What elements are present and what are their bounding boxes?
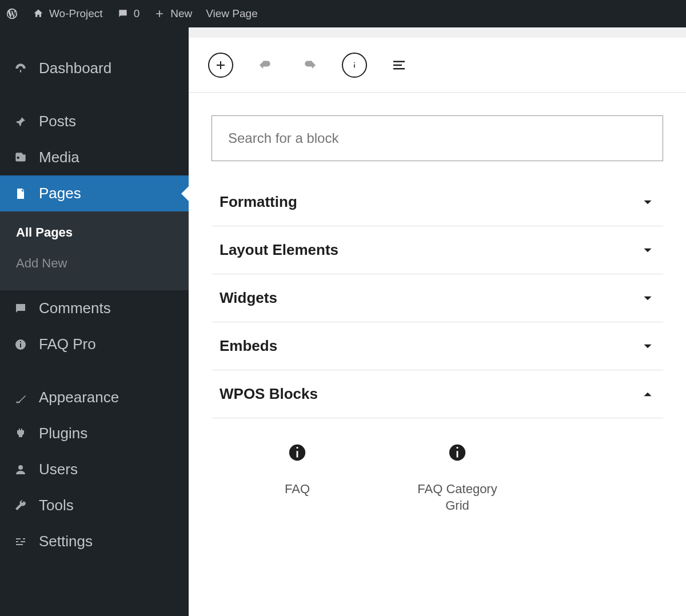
site-link[interactable]: Wo-Project (32, 7, 103, 20)
sidebar-item-dashboard[interactable]: Dashboard (0, 50, 189, 86)
wp-logo[interactable] (6, 7, 18, 20)
wpos-blocks-grid: FAQ FAQ Category Grid (212, 418, 663, 514)
editor-toolbar (189, 38, 686, 93)
sidebar-item-label: Posts (39, 113, 76, 130)
block-search-input[interactable] (212, 115, 663, 161)
sidebar-item-label: Appearance (39, 389, 119, 406)
block-label: FAQ (246, 481, 349, 498)
svg-rect-1 (20, 343, 21, 347)
chevron-down-icon (640, 339, 655, 354)
sidebar-item-settings[interactable]: Settings (0, 523, 189, 559)
comment-icon (117, 7, 129, 20)
brush-icon (13, 390, 29, 406)
svg-rect-10 (297, 451, 298, 457)
category-label: Widgets (220, 289, 277, 307)
sidebar-item-label: Tools (39, 497, 74, 514)
wrench-icon (13, 498, 29, 514)
comments-link[interactable]: 0 (117, 7, 140, 20)
chevron-down-icon (640, 243, 655, 258)
chevron-down-icon (640, 195, 655, 210)
wordpress-icon (6, 7, 18, 20)
sidebar-item-label: FAQ Pro (39, 335, 96, 353)
comments-count: 0 (134, 7, 140, 20)
category-wpos-blocks[interactable]: WPOS Blocks (212, 370, 663, 418)
block-category-list: Formatting Layout Elements Widgets (212, 178, 663, 514)
sidebar-item-pages[interactable]: Pages (0, 175, 189, 211)
svg-rect-8 (393, 68, 405, 70)
block-label: FAQ Category Grid (406, 481, 509, 514)
sidebar-item-tools[interactable]: Tools (0, 487, 189, 523)
category-label: Layout Elements (220, 241, 338, 259)
admin-bar: Wo-Project 0 New View Page (0, 0, 686, 27)
site-name: Wo-Project (49, 7, 103, 20)
category-label: Embeds (220, 337, 277, 355)
block-faq-category-grid[interactable]: FAQ Category Grid (406, 441, 509, 514)
info-icon (286, 441, 309, 464)
svg-rect-6 (393, 61, 405, 62)
sidebar-item-label: Settings (39, 533, 93, 550)
submenu-all-pages[interactable]: All Pages (0, 217, 189, 248)
block-inserter: Formatting Layout Elements Widgets (189, 93, 686, 537)
media-icon (13, 150, 29, 166)
pages-submenu: All Pages Add New (0, 211, 189, 290)
block-faq[interactable]: FAQ (246, 441, 349, 514)
sidebar-item-posts[interactable]: Posts (0, 103, 189, 139)
submenu-add-new[interactable]: Add New (0, 248, 189, 279)
sidebar-item-label: Users (39, 461, 78, 478)
svg-rect-11 (297, 447, 298, 449)
block-nav-button[interactable] (386, 53, 412, 78)
undo-button[interactable] (253, 53, 278, 78)
dashboard-icon (13, 61, 29, 77)
sidebar-item-media[interactable]: Media (0, 139, 189, 175)
sidebar-item-plugins[interactable]: Plugins (0, 415, 189, 451)
admin-sidebar: Dashboard Posts Media Pages All Pages Ad… (0, 27, 189, 616)
category-layout-elements[interactable]: Layout Elements (212, 226, 663, 274)
content-info-button[interactable] (342, 53, 367, 78)
info-icon (446, 441, 469, 464)
svg-rect-13 (457, 451, 458, 457)
info-icon (13, 337, 29, 353)
category-embeds[interactable]: Embeds (212, 322, 663, 370)
sidebar-item-label: Media (39, 149, 79, 166)
view-page-link[interactable]: View Page (206, 7, 258, 20)
plugin-icon (13, 426, 29, 442)
svg-rect-7 (393, 64, 402, 66)
sidebar-item-comments[interactable]: Comments (0, 290, 189, 326)
user-icon (13, 462, 29, 478)
sidebar-item-label: Pages (39, 185, 81, 202)
new-label: New (170, 7, 192, 20)
svg-rect-5 (354, 62, 355, 63)
sidebar-item-appearance[interactable]: Appearance (0, 379, 189, 415)
category-formatting[interactable]: Formatting (212, 178, 663, 226)
add-block-button[interactable] (208, 53, 233, 78)
svg-rect-4 (354, 64, 355, 67)
editor-main: Formatting Layout Elements Widgets (189, 38, 686, 616)
sidebar-item-label: Plugins (39, 425, 87, 442)
new-link[interactable]: New (153, 7, 192, 20)
svg-point-3 (18, 465, 23, 470)
page-icon (13, 186, 29, 202)
sidebar-item-faqpro[interactable]: FAQ Pro (0, 326, 189, 362)
chevron-up-icon (640, 387, 655, 402)
home-icon (32, 7, 45, 20)
sidebar-item-users[interactable]: Users (0, 451, 189, 487)
redo-button[interactable] (297, 53, 322, 78)
category-widgets[interactable]: Widgets (212, 274, 663, 322)
svg-rect-2 (20, 341, 21, 342)
sidebar-item-label: Dashboard (39, 59, 111, 77)
sidebar-item-label: Comments (39, 299, 111, 317)
chevron-down-icon (640, 291, 655, 306)
svg-rect-14 (457, 447, 458, 449)
view-page-label: View Page (206, 7, 258, 20)
pin-icon (13, 114, 29, 130)
comment-icon (13, 301, 29, 317)
category-label: WPOS Blocks (220, 385, 318, 403)
plus-icon (153, 7, 166, 20)
category-label: Formatting (220, 193, 297, 211)
sliders-icon (13, 534, 29, 550)
